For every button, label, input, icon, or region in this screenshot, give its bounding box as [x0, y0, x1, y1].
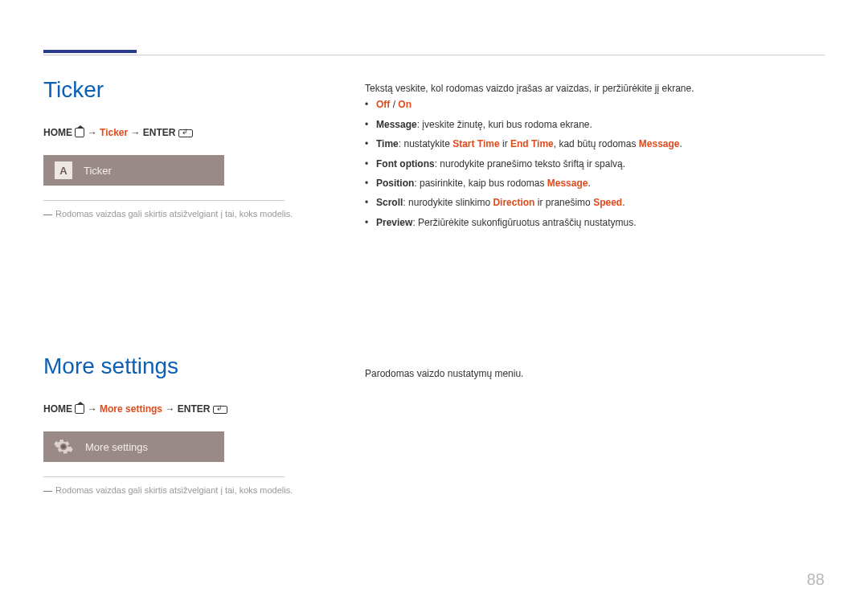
ticker-intro: Tekstą veskite, kol rodomas vaizdo įraša… — [365, 80, 815, 96]
bullet-scroll: Scroll: nurodykite slinkimo Direction ir… — [376, 194, 815, 210]
moresettings-text: Parodomas vaizdo nustatymų meniu. — [365, 368, 815, 379]
bullet-time: Time: nustatykite Start Time ir End Time… — [376, 136, 815, 152]
crumb-arrow: → — [131, 127, 141, 138]
home-icon — [75, 127, 84, 139]
tile-moresettings: More settings — [43, 431, 224, 462]
section-moresettings-right: Parodomas vaizdo nustatymų meniu. — [365, 368, 815, 379]
note-ticker: ―Rodomas vaizdas gali skirtis atsižvelgi… — [43, 209, 333, 219]
breadcrumb-ticker: HOME → Ticker → ENTER — [43, 127, 333, 139]
bullet-position: Position: pasirinkite, kaip bus rodomas … — [376, 175, 815, 191]
note-dash: ― — [43, 485, 52, 495]
crumb-arrow: → — [88, 127, 97, 138]
section-moresettings-left: More settings HOME → More settings → ENT… — [43, 353, 333, 495]
tile-ticker-label: Ticker — [84, 165, 112, 177]
bullet-font: Font options: nurodykite pranešimo tekst… — [376, 156, 815, 172]
divider — [43, 200, 285, 201]
section-moresettings-title: More settings — [43, 353, 333, 379]
home-icon — [75, 403, 84, 415]
crumb-enter-label: ENTER — [178, 403, 211, 415]
crumb-home-label: HOME — [43, 403, 72, 415]
note-moresettings: ―Rodomas vaizdas gali skirtis atsižvelgi… — [43, 485, 333, 495]
ticker-bullets: Off / On Message: įveskite žinutę, kuri … — [365, 96, 815, 231]
tile-moresettings-label: More settings — [85, 441, 148, 453]
header-rule — [43, 55, 825, 55]
section-ticker-title: Ticker — [43, 77, 333, 103]
crumb-enter-label: ENTER — [143, 127, 176, 138]
crumb-mid-ticker: Ticker — [100, 127, 128, 138]
header-accent-bar — [43, 50, 137, 53]
section-ticker-right: Tekstą veskite, kol rodomas vaizdo įraša… — [365, 80, 815, 234]
enter-icon — [178, 128, 193, 139]
bullet-offon: Off / On — [376, 96, 815, 112]
enter-icon — [213, 404, 227, 415]
divider — [43, 476, 285, 477]
bullet-preview: Preview: Peržiūrėkite sukonfigūruotus an… — [376, 215, 815, 231]
note-moresettings-text: Rodomas vaizdas gali skirtis atsižvelgia… — [55, 485, 293, 495]
tile-ticker: A Ticker — [43, 155, 224, 186]
page-number: 88 — [807, 570, 825, 589]
note-ticker-text: Rodomas vaizdas gali skirtis atsižvelgia… — [55, 209, 293, 219]
crumb-arrow: → — [88, 403, 97, 415]
section-ticker-left: Ticker HOME → Ticker → ENTER A Ticker ―R… — [43, 77, 333, 219]
tile-ticker-icon: A — [55, 161, 72, 179]
crumb-arrow: → — [165, 403, 174, 415]
breadcrumb-moresettings: HOME → More settings → ENTER — [43, 403, 333, 415]
svg-point-0 — [62, 445, 66, 449]
crumb-home-label: HOME — [43, 127, 72, 138]
bullet-message: Message: įveskite žinutę, kuri bus rodom… — [376, 116, 815, 133]
crumb-mid-moresettings: More settings — [100, 403, 162, 415]
note-dash: ― — [43, 209, 52, 219]
gear-icon — [51, 435, 76, 459]
